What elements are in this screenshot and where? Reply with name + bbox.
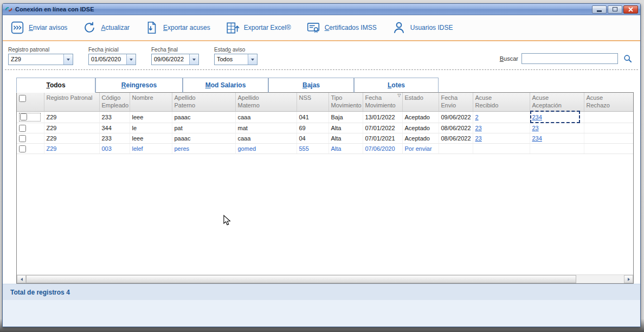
registro-patronal-combobox[interactable]: Z29 [8, 54, 73, 65]
send-notices-button[interactable]: Enviar avisos [10, 21, 67, 35]
col-acuse-recibido[interactable]: Acuse Recibido [473, 93, 530, 111]
scroll-right-button[interactable] [624, 275, 633, 283]
acuse-aceptacion-link[interactable]: 234 [532, 114, 542, 120]
col-codigo-empleado[interactable]: Código Empleado [99, 93, 130, 111]
row-focus-rect [19, 113, 41, 122]
col-nombre[interactable]: Nombre [130, 93, 172, 111]
col-estado[interactable]: Estado [402, 93, 439, 111]
row-checkbox[interactable] [19, 135, 26, 142]
users-idse-button[interactable]: Usuarios IDSE [392, 21, 453, 35]
maximize-button[interactable] [608, 5, 622, 14]
cell-apellido-materno: caaa [235, 111, 297, 123]
col-tipo-movimiento[interactable]: Tipo Movimiento [329, 93, 363, 111]
table-row[interactable]: Z29 233 leee paaac caaa 04 Alta 07/01/20… [17, 133, 633, 144]
chevron-down-icon[interactable] [126, 54, 136, 65]
scroll-left-icon [21, 278, 23, 281]
scrollbar-track[interactable] [26, 275, 624, 283]
table-row[interactable]: Z29 233 leee paaac caaa 041 Baja 13/01/2… [17, 111, 633, 123]
cell-apellido-paterno: paaac [172, 133, 235, 144]
cell-codigo-empleado: 233 [99, 133, 130, 144]
col-fecha-envio[interactable]: Fecha Envio [439, 93, 473, 111]
tab-todos[interactable]: Todos [16, 78, 95, 93]
cell-nss: 04 [297, 133, 329, 144]
cell-acuse-rechazo [584, 144, 633, 154]
maximize-icon [613, 7, 617, 11]
registro-patronal-group: Registro patronal Z29 [8, 47, 73, 65]
cell-nombre: lelef [130, 144, 172, 154]
estado-aviso-combobox[interactable]: Todos [214, 54, 257, 65]
scroll-left-button[interactable] [17, 275, 26, 283]
col-acuse-rechazo[interactable]: Acuse Rechazo [584, 93, 633, 111]
cell-nombre: le [130, 123, 172, 133]
cell-acuse-recibido: 2 [473, 111, 530, 123]
select-all-header [17, 93, 44, 111]
acuse-recibido-link[interactable]: 23 [475, 135, 482, 142]
cell-fecha-movimiento: 07/01/2022 [363, 123, 402, 133]
app-window: Conexión en línea con IDSE Enviar avisos [2, 3, 641, 327]
search-group: Buscar [500, 53, 633, 65]
export-acuses-label: Exportar acuses [163, 24, 210, 31]
cell-acuse-aceptacion [530, 144, 584, 154]
close-button[interactable] [623, 5, 638, 14]
main-content: Todos Reingresos Mod Salarios Bajas Lote… [3, 70, 640, 284]
select-all-checkbox[interactable] [19, 95, 26, 102]
col-apellido-paterno[interactable]: Apellido Paterno [172, 93, 235, 111]
minimize-icon [597, 10, 602, 12]
table-row[interactable]: Z29 003 lelef peres gomed 555 Alta 07/06… [17, 144, 633, 154]
cell-tipo-movimiento: Alta [329, 144, 363, 154]
export-excel-label: Exportar Excel® [244, 24, 291, 31]
col-acuse-aceptacion[interactable]: Acuse Aceptación [530, 93, 584, 111]
tab-mod-salarios[interactable]: Mod Salarios [183, 78, 268, 93]
chevron-down-icon[interactable] [63, 54, 73, 65]
notices-table: Registro Patronal Código Empleado Nombre… [17, 93, 634, 154]
tab-bajas[interactable]: Bajas [268, 78, 354, 93]
acuse-aceptacion-link[interactable]: 23 [532, 125, 539, 131]
cell-acuse-rechazo [584, 111, 633, 123]
row-checkbox[interactable] [19, 145, 26, 152]
chevron-down-icon[interactable] [248, 54, 257, 65]
search-label: Buscar [500, 55, 518, 62]
table-row[interactable]: Z29 344 le pat mat 69 Alta 07/01/2022 Ac… [17, 123, 633, 133]
certificates-imss-button[interactable]: Certificados IMSS [306, 21, 377, 35]
minimize-button[interactable] [592, 5, 607, 14]
col-apellido-materno[interactable]: Apellido Materno [235, 93, 297, 111]
fecha-inicial-label: Fecha inicial [88, 47, 136, 53]
scrollbar-thumb[interactable] [26, 275, 576, 283]
export-acuses-button[interactable]: Exportar acuses [145, 21, 210, 35]
chevron-down-icon[interactable] [189, 54, 198, 65]
cell-estado: Aceptado [402, 111, 439, 123]
row-checkbox[interactable] [20, 113, 27, 120]
registro-patronal-label: Registro patronal [8, 47, 73, 53]
refresh-button[interactable]: Actualizar [82, 21, 130, 35]
col-nss[interactable]: NSS [297, 93, 329, 111]
fecha-final-combobox[interactable]: 09/06/2022 [151, 54, 199, 65]
acuse-aceptacion-link[interactable]: 234 [532, 135, 542, 142]
fecha-inicial-combobox[interactable]: 01/05/2020 [88, 54, 136, 65]
cell-acuse-rechazo [584, 133, 633, 144]
search-icon[interactable] [623, 54, 633, 63]
users-idse-label: Usuarios IDSE [410, 24, 453, 31]
cell-apellido-materno: caaa [235, 133, 297, 144]
export-excel-button[interactable]: Exportar Excel® [226, 21, 291, 35]
col-fecha-movimiento[interactable]: Fecha Movimiento ▽ [363, 93, 402, 111]
cell-tipo-movimiento: Alta [329, 133, 363, 144]
cell-apellido-paterno: pat [172, 123, 235, 133]
cell-acuse-recibido: 23 [473, 133, 530, 144]
acuse-recibido-link[interactable]: 2 [475, 114, 479, 120]
app-icon [5, 5, 12, 13]
cell-registro-patronal: Z29 [44, 144, 99, 154]
search-input[interactable] [521, 53, 618, 64]
cell-nss: 555 [297, 144, 329, 154]
fecha-inicial-group: Fecha inicial 01/05/2020 [88, 47, 136, 65]
cell-fecha-envio: 08/06/2022 [439, 123, 473, 133]
tab-lotes[interactable]: Lotes [354, 78, 439, 93]
cell-acuse-recibido: 23 [473, 123, 530, 133]
users-icon [392, 21, 406, 35]
row-checkbox[interactable] [19, 125, 26, 132]
cell-acuse-rechazo [584, 123, 633, 133]
col-registro-patronal[interactable]: Registro Patronal [44, 93, 99, 111]
cell-codigo-empleado: 344 [99, 123, 130, 133]
horizontal-scrollbar[interactable] [17, 274, 633, 283]
acuse-recibido-link[interactable]: 23 [475, 125, 482, 131]
tab-reingresos[interactable]: Reingresos [95, 78, 183, 93]
